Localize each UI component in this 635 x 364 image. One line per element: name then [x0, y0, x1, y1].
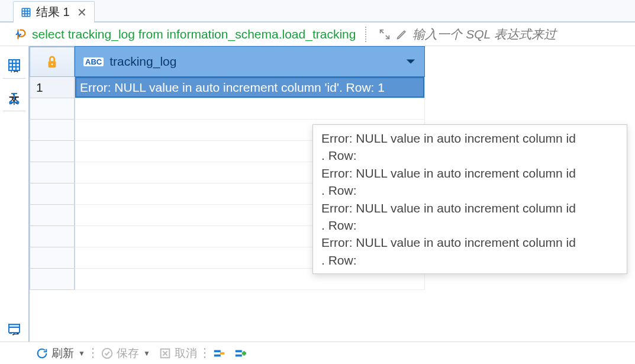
table-row[interactable]: 1 Error: NULL value in auto increment co…	[30, 77, 635, 98]
results-grid-icon	[21, 7, 31, 18]
svg-rect-11	[9, 324, 20, 327]
rail-tab-text[interactable]: 文本	[0, 79, 28, 111]
separator	[91, 347, 95, 360]
svg-rect-19	[236, 350, 242, 352]
grid-icon	[7, 58, 21, 72]
grid-header: ABC tracking_log	[30, 46, 635, 77]
refresh-button[interactable]: 刷新 ▼	[33, 346, 88, 361]
rail-tab-record[interactable]: 记录	[0, 310, 28, 342]
row-minus-icon	[212, 347, 225, 360]
column-type-badge: ABC	[83, 57, 104, 66]
svg-rect-22	[243, 351, 245, 355]
rail-grid-label: 网格	[7, 52, 21, 54]
expand-icon[interactable]	[378, 28, 391, 41]
lock-icon	[46, 54, 59, 70]
chevron-down-icon[interactable]: ▼	[142, 349, 150, 357]
row-number: 1	[30, 77, 75, 98]
separator	[203, 347, 207, 360]
tab-label: 结果 1	[36, 4, 70, 20]
text-width-icon	[7, 91, 21, 105]
side-rail: 网格 文本 记录	[0, 46, 30, 342]
svg-rect-20	[236, 354, 242, 356]
refresh-icon	[36, 347, 49, 360]
svg-rect-0	[22, 8, 30, 17]
sql-filter-input[interactable]: 输入一个 SQL 表达式来过	[412, 26, 630, 43]
sql-bar: select tracking_log from information_sch…	[0, 22, 635, 46]
row-number-header[interactable]	[30, 46, 75, 77]
chevron-down-icon[interactable]: ▼	[77, 349, 85, 357]
save-label: 保存	[117, 346, 139, 361]
cancel-label: 取消	[175, 346, 197, 361]
row-plus-icon	[234, 347, 247, 360]
edit-filter-icon[interactable]	[396, 28, 408, 40]
svg-rect-16	[214, 350, 221, 352]
tab-results[interactable]: 结果 1 ✕	[13, 1, 95, 22]
sql-query-text: select tracking_log from information_sch…	[32, 27, 356, 41]
footer-toolbar: 刷新 ▼ 保存 ▼ 取消	[0, 342, 635, 364]
rail-tab-grid[interactable]: 网格	[0, 46, 28, 78]
rail-record-label: 记录	[7, 315, 21, 318]
sql-execute-icon[interactable]	[14, 28, 27, 41]
action1-button[interactable]	[210, 347, 228, 360]
svg-point-13	[51, 63, 53, 65]
tab-close-icon[interactable]: ✕	[75, 5, 87, 20]
tab-bar: 结果 1 ✕	[0, 0, 635, 22]
refresh-label: 刷新	[51, 346, 74, 361]
separator	[365, 27, 366, 42]
action2-button[interactable]	[231, 347, 249, 360]
cell-tracking-log[interactable]: Error: NULL value in auto increment colu…	[75, 77, 425, 98]
svg-rect-18	[220, 352, 224, 355]
column-dropdown-icon[interactable]	[405, 57, 416, 66]
cell-tooltip: Error: NULL value in auto increment colu…	[312, 124, 627, 274]
svg-rect-5	[9, 60, 20, 70]
cancel-button[interactable]: 取消	[156, 346, 199, 361]
check-circle-icon	[101, 347, 114, 360]
save-button[interactable]: 保存 ▼	[98, 346, 153, 361]
record-panel-icon	[7, 321, 21, 336]
column-header-tracking-log[interactable]: ABC tracking_log	[75, 46, 425, 77]
cancel-square-icon	[159, 347, 172, 360]
rail-text-label: 文本	[7, 85, 21, 87]
column-name: tracking_log	[109, 54, 399, 69]
svg-point-14	[102, 348, 112, 358]
svg-rect-17	[214, 354, 221, 356]
